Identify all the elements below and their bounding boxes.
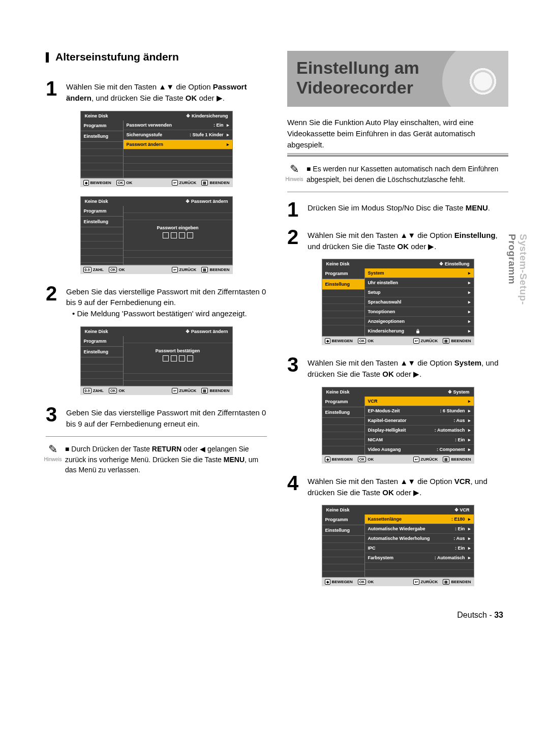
- osd-screenshot-1: Keine Disk Kindersicherung Programm Eins…: [80, 111, 233, 187]
- left-step-2: 2 Geben Sie das vierstellige Passwort mi…: [46, 283, 267, 319]
- osd-screenshot-6: Keine Disk VCR Programm Einstellung Kass…: [322, 505, 474, 586]
- step-text: Wählen Sie mit den Tasten ▲▼ die Option …: [66, 78, 267, 104]
- right-column: Einstellung amVideorecorder Wenn Sie die…: [287, 51, 508, 595]
- left-heading: Alterseinstufung ändern: [46, 51, 267, 63]
- page-footer: Deutsch - 33: [46, 611, 508, 620]
- osd-screenshot-4: Keine Disk Einstellung Programm Einstell…: [322, 259, 474, 345]
- osd-screenshot-3: Keine Disk Passwort ändern Programm Eins…: [80, 326, 233, 395]
- right-step-3: 3 Wählen Sie mit den Tasten ▲▼ die Optio…: [287, 354, 508, 380]
- osd-left-item: Programm: [81, 120, 123, 131]
- right-step-2: 2 Wählen Sie mit den Tasten ▲▼ die Optio…: [287, 227, 508, 252]
- left-step-1: 1 Wählen Sie mit den Tasten ▲▼ die Optio…: [46, 78, 267, 104]
- note-icon: ✎Hinweis: [287, 164, 301, 176]
- osd-screenshot-2: Keine Disk Passwort ändern Programm Eins…: [80, 196, 233, 274]
- osd-left-item: Einstellung: [81, 131, 123, 142]
- side-tab: System-Setup- Programm: [506, 234, 529, 305]
- right-step-1: 1 Drücken Sie im Modus Stop/No Disc die …: [287, 199, 508, 220]
- osd-nodisk: Keine Disk: [85, 113, 108, 118]
- right-intro: Wenn Sie die Funktion Auto Play einschal…: [287, 117, 508, 150]
- osd-screenshot-5: Keine Disk System Programm Einstellung V…: [322, 387, 474, 464]
- left-step-3: 3 Geben Sie das vierstellige Passwort mi…: [46, 404, 267, 430]
- right-heading-box: Einstellung amVideorecorder: [287, 51, 508, 107]
- right-note: ✎Hinweis Es werden nur Kassetten automat…: [287, 164, 508, 185]
- left-note: ✎Hinweis Durch Drücken der Taste RETURN …: [46, 444, 267, 475]
- left-heading-text: Alterseinstufung ändern: [55, 51, 179, 63]
- heading-bar-icon: [46, 52, 49, 63]
- left-column: Alterseinstufung ändern 1 Wählen Sie mit…: [46, 51, 267, 595]
- right-step-4: 4 Wählen Sie mit den Tasten ▲▼ die Optio…: [287, 473, 508, 498]
- step-number: 1: [46, 78, 61, 104]
- osd-title: Kindersicherung: [186, 113, 228, 118]
- note-icon: ✎Hinweis: [46, 444, 60, 456]
- disc-icon: [442, 51, 508, 107]
